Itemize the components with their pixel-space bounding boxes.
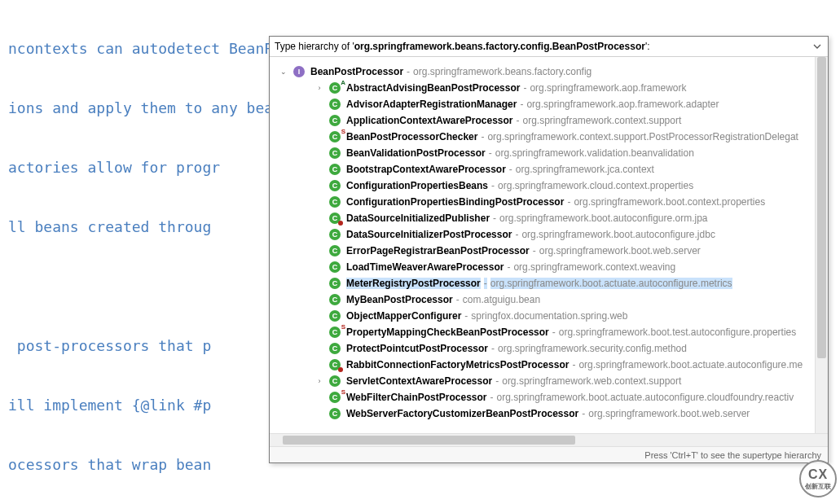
tree-item[interactable]: ·CAdvisorAdapterRegistrationManager-org.… xyxy=(270,96,815,112)
class-icon: C xyxy=(328,375,341,388)
package-name: org.springframework.aop.framework.adapte… xyxy=(526,99,719,110)
type-name: LoadTimeWeaverAwareProcessor xyxy=(346,261,504,273)
separator: - xyxy=(491,343,495,354)
package-name: org.springframework.boot.actuate.autocon… xyxy=(490,278,732,289)
type-hierarchy-popup: Type hierarchy of 'org.springframework.b… xyxy=(269,36,829,463)
tree-root-item[interactable]: ⌄IBeanPostProcessor-org.springframework.… xyxy=(270,64,815,80)
tree-item[interactable]: ·CConfigurationPropertiesBindingPostProc… xyxy=(270,194,815,210)
package-name: org.springframework.validation.beanvalid… xyxy=(495,147,694,159)
tree-item[interactable]: ·CBeanValidationPostProcessor-org.spring… xyxy=(270,145,815,161)
package-name: org.springframework.boot.context.propert… xyxy=(574,196,765,208)
separator: - xyxy=(533,245,536,256)
separator: - xyxy=(456,294,460,305)
expand-arrow-icon[interactable]: ⌄ xyxy=(278,66,289,77)
tree-item[interactable]: ·CErrorPageRegistrarBeanPostProcessor-or… xyxy=(270,243,815,259)
separator: - xyxy=(490,392,494,403)
package-name: com.atguigu.bean xyxy=(463,294,540,305)
class-icon: C xyxy=(328,261,341,274)
popup-title: Type hierarchy of 'org.springframework.b… xyxy=(275,41,811,52)
package-name: org.springframework.aop.framework xyxy=(530,82,686,94)
type-name: DataSourceInitializedPublisher xyxy=(346,213,490,224)
separator: - xyxy=(495,375,499,387)
separator: - xyxy=(520,99,523,110)
vertical-scrollbar[interactable] xyxy=(815,57,828,433)
vertical-scrollbar-thumb[interactable] xyxy=(817,57,826,358)
separator: - xyxy=(481,131,484,142)
package-name: org.springframework.security.config.meth… xyxy=(498,343,687,354)
popup-menu-chevron-icon[interactable] xyxy=(811,41,823,52)
package-name: org.springframework.context.support xyxy=(523,115,682,126)
type-name: ConfigurationPropertiesBindingPostProces… xyxy=(346,196,564,208)
class-icon: C xyxy=(328,195,341,208)
tree-item[interactable]: ›CServletContextAwareProcessor-org.sprin… xyxy=(270,373,815,389)
type-name: DataSourceInitializerPostProcessor xyxy=(346,229,512,240)
separator: - xyxy=(464,310,468,322)
tree-item[interactable]: ·CObjectMapperConfigurer-springfox.docum… xyxy=(270,308,815,324)
tree-item[interactable]: ·CLoadTimeWeaverAwareProcessor-org.sprin… xyxy=(270,259,815,275)
type-name: AbstractAdvisingBeanPostProcessor xyxy=(346,82,520,94)
type-name: ServletContextAwareProcessor xyxy=(346,375,492,387)
class-icon: C xyxy=(328,326,341,339)
tree-item[interactable]: ·CDataSourceInitializerPostProcessor-org… xyxy=(270,226,815,243)
separator: - xyxy=(489,147,492,159)
tree-item[interactable]: ·CProtectPointcutPostProcessor-org.sprin… xyxy=(270,340,815,357)
type-name: PropertyMappingCheckBeanPostProcessor xyxy=(346,327,549,338)
type-name: BeanPostProcessor xyxy=(310,66,403,77)
separator: - xyxy=(515,229,518,240)
expand-arrow-icon[interactable]: › xyxy=(314,82,325,94)
type-name: AdvisorAdapterRegistrationManager xyxy=(346,99,517,110)
tree-item[interactable]: ·CMeterRegistryPostProcessor-org.springf… xyxy=(270,275,815,291)
interface-icon: I xyxy=(292,65,306,78)
tree-item[interactable]: ·CWebServerFactoryCustomizerBeanPostProc… xyxy=(270,405,815,422)
horizontal-scrollbar[interactable] xyxy=(270,433,828,446)
type-name: WebServerFactoryCustomizerBeanPostProces… xyxy=(346,408,578,419)
package-name: org.springframework.boot.autoconfigure.j… xyxy=(521,229,715,240)
class-icon: C xyxy=(328,293,341,306)
class-icon: C xyxy=(328,391,341,404)
separator: - xyxy=(523,82,526,94)
horizontal-scrollbar-thumb[interactable] xyxy=(283,436,575,445)
popup-header: Type hierarchy of 'org.springframework.b… xyxy=(270,37,828,57)
tree-item[interactable]: ·CMyBeanPostProcessor-com.atguigu.bean xyxy=(270,291,815,308)
hierarchy-tree[interactable]: ⌄IBeanPostProcessor-org.springframework.… xyxy=(270,57,815,433)
type-name: BeanValidationPostProcessor xyxy=(346,147,486,159)
type-name: ApplicationContextAwareProcessor xyxy=(346,115,513,126)
class-icon: C xyxy=(328,358,341,371)
type-name: RabbitConnectionFactoryMetricsPostProces… xyxy=(346,359,569,370)
tree-item[interactable]: ·CDataSourceInitializedPublisher-org.spr… xyxy=(270,210,815,226)
package-name: org.springframework.boot.test.autoconfig… xyxy=(559,327,797,338)
package-name: org.springframework.beans.factory.config xyxy=(413,66,592,77)
package-name: org.springframework.boot.web.server xyxy=(539,245,701,256)
watermark-badge: CX 创新互联 xyxy=(799,460,837,497)
separator: - xyxy=(572,359,575,370)
package-name: springfox.documentation.spring.web xyxy=(471,310,627,322)
tree-item[interactable]: ·CConfigurationPropertiesBeans-org.sprin… xyxy=(270,177,815,194)
tree-item[interactable]: ·CBootstrapContextAwareProcessor-org.spr… xyxy=(270,161,815,177)
type-name: MyBeanPostProcessor xyxy=(346,294,453,305)
package-name: org.springframework.boot.actuate.autocon… xyxy=(578,359,803,370)
package-name: org.springframework.boot.actuate.autocon… xyxy=(497,392,794,403)
tree-item[interactable]: ·CRabbitConnectionFactoryMetricsPostProc… xyxy=(270,357,815,373)
tree-item[interactable]: ·CWebFilterChainPostProcessor-org.spring… xyxy=(270,389,815,405)
tree-item[interactable]: ·CPropertyMappingCheckBeanPostProcessor-… xyxy=(270,324,815,340)
tree-item[interactable]: ·CBeanPostProcessorChecker-org.springfra… xyxy=(270,129,815,145)
tree-item[interactable]: ›CAbstractAdvisingBeanPostProcessor-org.… xyxy=(270,80,815,96)
type-name: ConfigurationPropertiesBeans xyxy=(346,180,488,191)
separator: - xyxy=(517,115,520,126)
expand-arrow-icon[interactable]: › xyxy=(314,375,325,387)
type-name: ErrorPageRegistrarBeanPostProcessor xyxy=(346,245,530,256)
class-icon: C xyxy=(328,244,341,257)
type-name: BootstrapContextAwareProcessor xyxy=(346,164,506,175)
class-icon: C xyxy=(328,114,341,127)
popup-footer-hint: Press 'Ctrl+T' to see the supertype hier… xyxy=(270,446,828,462)
separator: - xyxy=(552,327,556,338)
class-icon: C xyxy=(328,130,341,143)
class-icon: C xyxy=(328,179,341,192)
type-name: BeanPostProcessorChecker xyxy=(346,131,477,142)
tree-item[interactable]: ·CApplicationContextAwareProcessor-org.s… xyxy=(270,112,815,129)
separator: - xyxy=(507,261,510,273)
package-name: org.springframework.boot.web.server xyxy=(588,408,750,419)
class-icon: C xyxy=(328,147,341,160)
package-name: org.springframework.context.weaving xyxy=(513,261,675,273)
class-icon: C xyxy=(328,212,341,225)
